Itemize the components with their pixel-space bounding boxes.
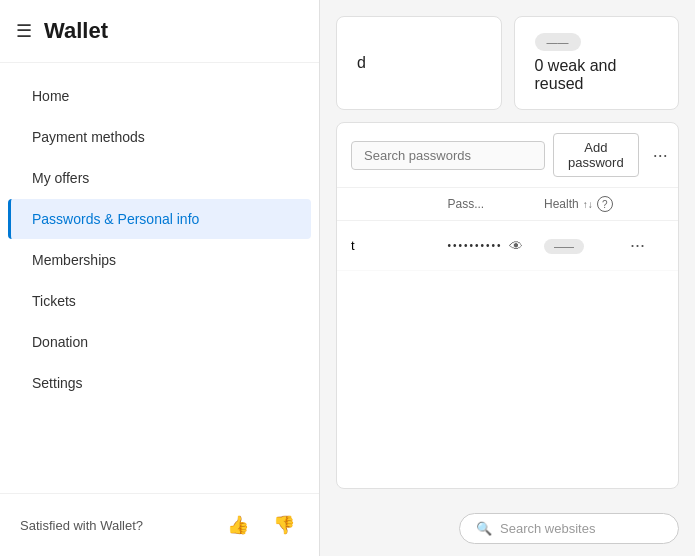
sidebar: ☰ Wallet HomePayment methodsMy offersPas…: [0, 0, 320, 556]
health-badge: ——: [544, 239, 584, 254]
sidebar-item-home[interactable]: Home: [8, 76, 311, 116]
left-card-value: d: [357, 54, 481, 72]
thumbs-down-button[interactable]: 👎: [269, 510, 299, 540]
sidebar-item-tickets[interactable]: Tickets: [8, 281, 311, 321]
eye-icon[interactable]: 👁: [509, 238, 523, 254]
search-websites-box[interactable]: 🔍 Search websites: [459, 513, 679, 544]
info-icon[interactable]: ?: [597, 196, 613, 212]
sidebar-item-memberships[interactable]: Memberships: [8, 240, 311, 280]
table-row: t •••••••••• 👁 —— ···: [337, 221, 678, 271]
sidebar-item-donation[interactable]: Donation: [8, 322, 311, 362]
row-password-area: •••••••••• 👁: [448, 238, 545, 254]
main-content: d —— 0 weak and reused Add password ··· …: [320, 0, 695, 556]
search-passwords-input[interactable]: [351, 141, 545, 170]
sidebar-footer: Satisfied with Wallet? 👍 👎: [0, 493, 319, 556]
col-header-password: Pass...: [448, 197, 545, 211]
sidebar-item-my-offers[interactable]: My offers: [8, 158, 311, 198]
sidebar-item-settings[interactable]: Settings: [8, 363, 311, 403]
table-header: Pass... Health ↑↓ ?: [337, 188, 678, 221]
health-label: Health: [544, 197, 579, 211]
sidebar-header: ☰ Wallet: [0, 0, 319, 63]
sidebar-item-payment-methods[interactable]: Payment methods: [8, 117, 311, 157]
sidebar-title: Wallet: [44, 18, 108, 44]
password-toolbar: Add password ···: [337, 123, 678, 188]
footer-text: Satisfied with Wallet?: [20, 518, 207, 533]
left-card: d: [336, 16, 502, 110]
sidebar-nav: HomePayment methodsMy offersPasswords & …: [0, 63, 319, 493]
password-section: Add password ··· Pass... Health ↑↓ ? t •…: [336, 122, 679, 489]
col-header-health: Health ↑↓ ?: [544, 196, 624, 212]
search-websites-icon: 🔍: [476, 521, 492, 536]
weak-badge-text: ——: [547, 36, 569, 48]
thumbs-up-button[interactable]: 👍: [223, 510, 253, 540]
top-area: d —— 0 weak and reused: [320, 0, 695, 122]
search-websites-text: Search websites: [500, 521, 595, 536]
row-site: t: [351, 238, 448, 253]
password-dots: ••••••••••: [448, 240, 503, 251]
toolbar-more-button[interactable]: ···: [647, 141, 674, 170]
bottom-search-area: 🔍 Search websites: [320, 505, 695, 556]
hamburger-icon[interactable]: ☰: [16, 20, 32, 42]
row-health: ——: [544, 238, 624, 254]
sort-icon[interactable]: ↑↓: [583, 199, 593, 210]
right-card-value: 0 weak and reused: [535, 57, 659, 93]
sidebar-item-passwords-personal-info[interactable]: Passwords & Personal info: [8, 199, 311, 239]
right-card: —— 0 weak and reused: [514, 16, 680, 110]
weak-badge: ——: [535, 33, 581, 51]
add-password-button[interactable]: Add password: [553, 133, 639, 177]
row-more-button[interactable]: ···: [624, 231, 651, 260]
row-more[interactable]: ···: [624, 231, 664, 260]
